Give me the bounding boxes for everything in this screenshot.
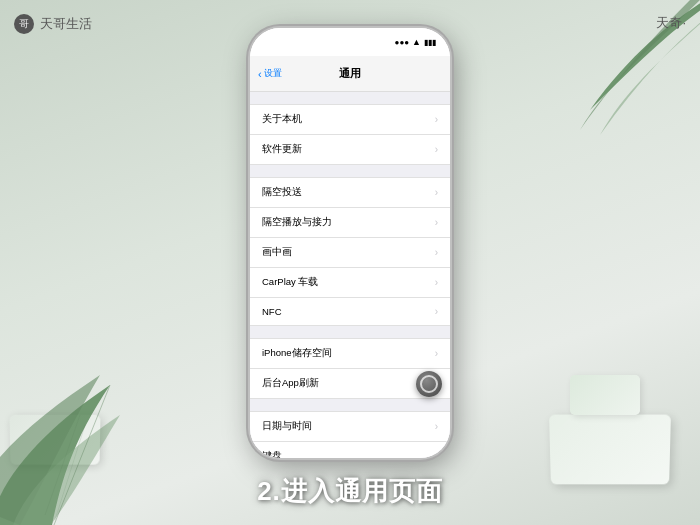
list-item[interactable]: 画中画 › bbox=[250, 238, 450, 268]
watermark-right: 天奇· bbox=[656, 14, 686, 32]
section-gap-4 bbox=[250, 399, 450, 411]
chevron-icon: › bbox=[435, 421, 438, 432]
caption: 2.进入通用页面 bbox=[0, 474, 700, 509]
list-item[interactable]: 键盘 › bbox=[250, 442, 450, 458]
status-bar: ●●● ▲ ▮▮▮ bbox=[250, 28, 450, 56]
chevron-icon: › bbox=[435, 348, 438, 359]
settings-list: 关于本机 › 软件更新 › 隔空投送 › 隔空播放与接力 › bbox=[250, 92, 450, 458]
section-gap-1 bbox=[250, 92, 450, 104]
chevron-icon: › bbox=[435, 247, 438, 258]
section-gap-2 bbox=[250, 165, 450, 177]
back-button[interactable]: ‹ 设置 bbox=[258, 67, 282, 80]
page-title: 通用 bbox=[339, 66, 361, 81]
watermark-icon: 哥 bbox=[14, 14, 34, 34]
section-about: 关于本机 › 软件更新 › bbox=[250, 104, 450, 165]
chevron-icon: › bbox=[435, 144, 438, 155]
chevron-icon: › bbox=[435, 306, 438, 317]
list-item[interactable]: iPhone储存空间 › bbox=[250, 338, 450, 369]
chevron-icon: › bbox=[435, 187, 438, 198]
chevron-icon: › bbox=[435, 217, 438, 228]
list-item[interactable]: NFC › bbox=[250, 298, 450, 326]
list-item[interactable]: 隔空投送 › bbox=[250, 177, 450, 208]
watermark-left: 哥 天哥生活 bbox=[14, 14, 92, 34]
list-item[interactable]: 隔空播放与接力 › bbox=[250, 208, 450, 238]
section-gap-3 bbox=[250, 326, 450, 338]
back-label: 设置 bbox=[264, 67, 282, 80]
back-chevron-icon: ‹ bbox=[258, 68, 262, 80]
list-item[interactable]: 软件更新 › bbox=[250, 135, 450, 165]
accessibility-button[interactable] bbox=[416, 371, 442, 397]
status-icons: ●●● ▲ ▮▮▮ bbox=[395, 37, 436, 47]
decorative-block-right2 bbox=[570, 375, 640, 415]
phone-screen: 11:29 ●●● ▲ ▮▮▮ ‹ 设置 通用 关于本机 bbox=[250, 28, 450, 458]
chevron-icon: › bbox=[435, 277, 438, 288]
list-item[interactable]: 日期与时间 › bbox=[250, 411, 450, 442]
signal-icon: ●●● bbox=[395, 38, 410, 47]
list-item[interactable]: CarPlay 车载 › bbox=[250, 268, 450, 298]
battery-icon: ▮▮▮ bbox=[424, 38, 436, 47]
wifi-icon: ▲ bbox=[412, 37, 421, 47]
phone: 11:29 ●●● ▲ ▮▮▮ ‹ 设置 通用 关于本机 bbox=[250, 28, 450, 458]
list-item[interactable]: 关于本机 › bbox=[250, 104, 450, 135]
nav-bar: ‹ 设置 通用 bbox=[250, 56, 450, 92]
chevron-icon: › bbox=[435, 114, 438, 125]
section-datetime: 日期与时间 › 键盘 › 字体 › 语言与地区 › 词典 › bbox=[250, 411, 450, 458]
section-storage: iPhone储存空间 › 后台App刷新 › bbox=[250, 338, 450, 399]
list-item-background-refresh[interactable]: 后台App刷新 › bbox=[250, 369, 450, 399]
section-airdrop: 隔空投送 › 隔空播放与接力 › 画中画 › CarPlay 车载 › NFC bbox=[250, 177, 450, 326]
